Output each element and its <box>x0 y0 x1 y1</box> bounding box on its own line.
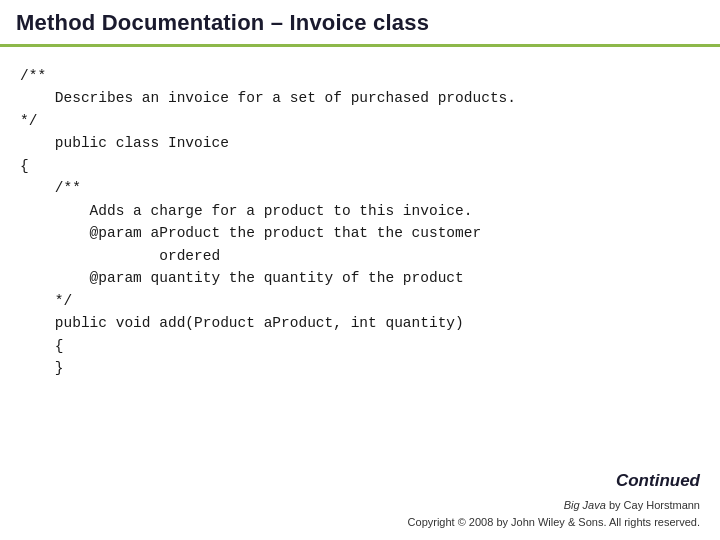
copyright-text: Big Java by Cay Horstmann Copyright © 20… <box>408 497 700 530</box>
content-area: /** Describes an invoice for a set of pu… <box>0 47 720 465</box>
slide-container: Method Documentation – Invoice class /**… <box>0 0 720 540</box>
slide-header: Method Documentation – Invoice class <box>0 0 720 47</box>
slide-title: Method Documentation – Invoice class <box>16 10 429 36</box>
copyright-notice: Copyright © 2008 by John Wiley & Sons. A… <box>408 516 700 528</box>
continued-label: Continued <box>616 471 700 491</box>
code-block: /** Describes an invoice for a set of pu… <box>20 65 700 380</box>
footer-area: Continued Big Java by Cay Horstmann Copy… <box>0 465 720 540</box>
book-title: Big Java by Cay Horstmann <box>564 499 700 511</box>
